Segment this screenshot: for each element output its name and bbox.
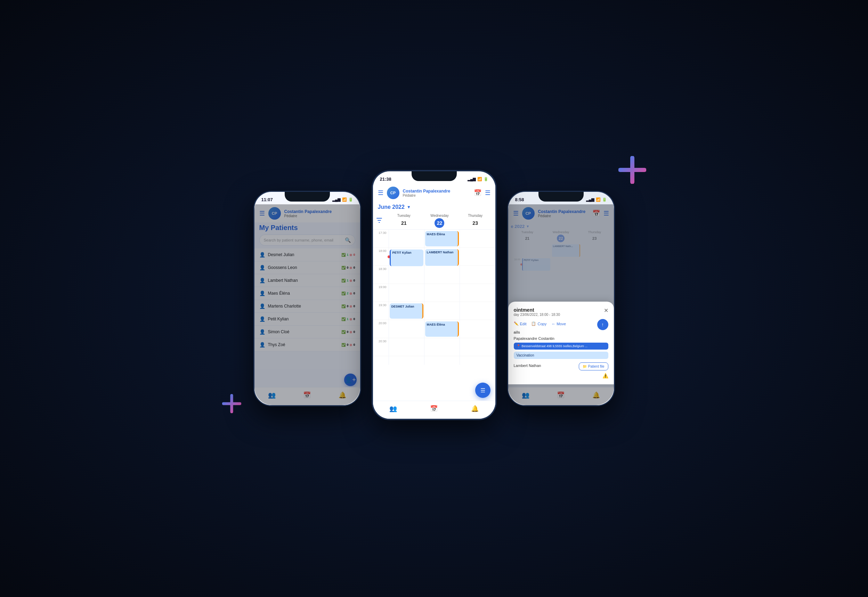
patients-tab-icon: 👥: [268, 391, 276, 399]
patient-icon-3: 👤: [259, 291, 265, 296]
patient-icon-1: 👤: [259, 265, 265, 270]
menu-icon-right[interactable]: ☰: [513, 209, 519, 217]
edit-action[interactable]: ✏️ Edit: [514, 321, 527, 326]
patient-list: 👤 Desmet Julian ✅1 ⊗0 👤 Goossens Leon ✅0…: [254, 248, 360, 351]
event-day-wed: MAES Éléna LAMBERT Nathan: [424, 230, 460, 365]
tab-bar-left: 👥 📅 🔔: [254, 387, 360, 405]
patient-item-3[interactable]: 👤 Maes Éléna ✅2 ⊗0: [254, 287, 360, 300]
menu-icon-left[interactable]: ☰: [259, 209, 265, 217]
tab-calendar-left[interactable]: 📅: [303, 391, 311, 399]
patient-item-7[interactable]: 👤 Thys Zoé ✅0 ⊗0: [254, 339, 360, 351]
time-2030: 20:30: [373, 338, 389, 356]
bell-icon-center: 🔔: [471, 405, 479, 413]
appt-desmet[interactable]: DESMET Julian: [390, 303, 424, 319]
add-patient-button[interactable]: 👤+: [344, 374, 357, 386]
doctor-detail-name: Papalexandre Costantin: [514, 336, 608, 340]
calendar-grid-center: 17:30 18:00 18:30 19:00 19:30 20:00 20:3…: [373, 229, 495, 365]
calendar-tab-icon-r: 📅: [557, 391, 565, 399]
search-bar[interactable]: Search by patient surname, phone, email …: [259, 235, 355, 246]
bell-icon-left: 🔔: [339, 391, 346, 399]
tab-patients-left[interactable]: 👥: [268, 391, 276, 399]
search-icon[interactable]: 🔍: [345, 237, 351, 243]
patient-name-1: Goossens Leon: [268, 265, 339, 270]
patient-file-button[interactable]: 📁 Patient file: [579, 362, 608, 370]
day-name-wed: Wednesday: [422, 214, 457, 218]
close-popup-button[interactable]: ✕: [604, 307, 608, 314]
screen-left: ☰ CP Costantin Papalexandre Pédiatre My …: [254, 204, 360, 405]
list-icon-right[interactable]: ☰: [603, 209, 609, 217]
time-1900: 19:00: [373, 284, 389, 302]
patient-item-2[interactable]: 👤 Lambert Nathan ✅1 ⊗0: [254, 274, 360, 287]
day-col-thu: Thursday 23: [458, 212, 493, 229]
menu-icon-center[interactable]: ☰: [378, 189, 383, 197]
patient-detail-row: Lambert Nathan 📁 Patient file: [514, 362, 608, 370]
appt-maes-bottom[interactable]: MAES Éléna: [425, 321, 459, 337]
tab-calendar-center[interactable]: 📅: [430, 405, 438, 413]
details-section-title: ails: [514, 330, 608, 334]
badges-2: ✅1 ⊗0: [341, 279, 355, 282]
move-action[interactable]: ↔️ Move: [551, 321, 566, 326]
month-dropdown-icon[interactable]: ▼: [407, 205, 411, 209]
appt-name-lambert: LAMBERT Nathan: [427, 251, 453, 254]
appt-lambert[interactable]: LAMBERT Nathan: [425, 249, 459, 266]
badges-0: ✅1 ⊗0: [341, 253, 355, 257]
patient-icon-2: 👤: [259, 278, 265, 283]
location-icon: 📍: [517, 345, 520, 348]
time-right: 8:58: [515, 197, 524, 202]
doctor-title-left: Pédiatre: [284, 214, 355, 218]
day-col-tue: Tuesday 21: [386, 212, 422, 229]
patient-icon-7: 👤: [259, 342, 265, 348]
badges-4: ✅0 ⊗0: [341, 304, 355, 308]
day-num-wed: 22: [434, 218, 444, 228]
appt-petit[interactable]: PETIT Kylian: [390, 249, 424, 266]
notch-center: [412, 171, 457, 181]
doctor-info-right: Costantin Papalexandre Pédiatre: [538, 209, 589, 218]
scroll-up-button[interactable]: ↑: [597, 319, 608, 330]
event-day-thu: [460, 230, 495, 365]
right-day-cols: Tuesday 21 Wednesday 22 Thursday 23: [511, 230, 611, 242]
time-1930: 19:30: [373, 302, 389, 320]
copy-icon: 📋: [531, 321, 536, 326]
patient-name-4: Martens Charlotte: [268, 304, 339, 309]
vaccination-badge: Vaccination: [514, 352, 608, 359]
tab-notifications-right[interactable]: 🔔: [592, 391, 600, 399]
app-header-left: ☰ CP Costantin Papalexandre Pédiatre: [254, 204, 360, 223]
menu-fab-icon: ☰: [480, 387, 485, 394]
tab-patients-right[interactable]: 👥: [522, 391, 529, 399]
patient-item-6[interactable]: 👤 Simon Cloé ✅0 ⊗0: [254, 325, 360, 339]
doctor-info-center: Costantin Papalexandre Pédiatre: [403, 189, 470, 198]
patient-icon-0: 👤: [259, 252, 265, 257]
patient-item-5[interactable]: 👤 Petit Kylian ✅1 ⊗0: [254, 313, 360, 325]
patient-name-5: Petit Kylian: [268, 316, 339, 321]
patient-icon-5: 👤: [259, 316, 265, 322]
fab-center-button[interactable]: ☰: [475, 383, 490, 398]
popup-actions: ✏️ Edit 📋 Copy ↔️ Move: [514, 321, 608, 326]
filter-button[interactable]: [375, 217, 386, 225]
time-2000: 20:00: [373, 320, 389, 338]
appt-maes-top[interactable]: MAES Éléna: [425, 231, 459, 247]
calendar-icon-center[interactable]: 📅: [474, 189, 482, 197]
right-day-thu: Thursday 23: [578, 230, 611, 242]
tab-notifications-left[interactable]: 🔔: [339, 391, 346, 399]
doctor-info-left: Costantin Papalexandre Pédiatre: [284, 209, 355, 218]
tab-patients-center[interactable]: 👥: [389, 405, 397, 413]
badges-6: ✅0 ⊗0: [341, 330, 355, 334]
tab-calendar-right[interactable]: 📅: [557, 391, 565, 399]
month-label-center: June 2022: [378, 204, 404, 210]
phone-right: 8:58 ▂▄▆ 📶 🔋 ☰ CP Costantin Papalexandre…: [507, 191, 615, 406]
patient-item-0[interactable]: 👤 Desmet Julian ✅1 ⊗0: [254, 248, 360, 261]
calendar-icon-right[interactable]: 📅: [592, 209, 600, 217]
list-icon-center[interactable]: ☰: [485, 189, 490, 197]
patient-item-1[interactable]: 👤 Goossens Leon ✅0 ⊗0: [254, 261, 360, 274]
patient-icon-6: 👤: [259, 329, 265, 335]
patient-name-6: Simon Cloé: [268, 330, 339, 334]
calendar-tab-icon-c: 📅: [430, 405, 438, 413]
copy-action[interactable]: 📋 Copy: [531, 321, 547, 326]
patient-name-3: Maes Éléna: [268, 291, 339, 296]
screen-right: ☰ CP Costantin Papalexandre Pédiatre 📅 ☰…: [508, 204, 614, 405]
cross-icon-top-right: [618, 156, 646, 184]
right-day-wed: Wednesday 22: [544, 230, 577, 242]
tab-notifications-center[interactable]: 🔔: [471, 405, 479, 413]
phone-center: 21:38 ▂▄▆ 📶 🔋 ☰ CP Costantin Papalexandr…: [372, 170, 497, 420]
patient-item-4[interactable]: 👤 Martens Charlotte ✅0 ⊗0: [254, 300, 360, 313]
